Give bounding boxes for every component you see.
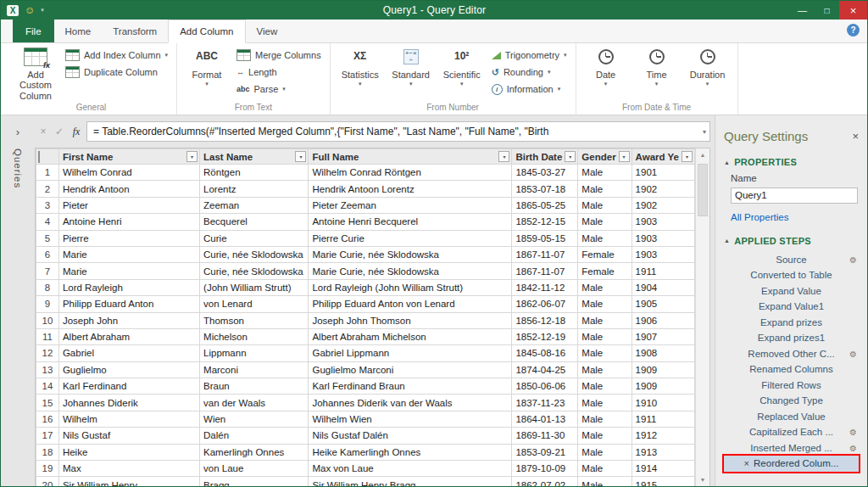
duplicate-column-button[interactable]: Duplicate Column (61, 65, 172, 79)
applied-step-expand-value[interactable]: Expand Value (724, 283, 859, 299)
filter-icon[interactable]: ▾ (682, 151, 693, 162)
cell[interactable]: 1902 (632, 197, 694, 213)
cell[interactable]: 1853-09-21 (512, 444, 578, 460)
cell[interactable]: Male (578, 378, 632, 395)
cell[interactable]: 1913 (632, 444, 694, 460)
column-header-award-ye[interactable]: Award Ye▾ (632, 149, 694, 165)
cell[interactable]: Antoine Henri Becquerel (309, 214, 512, 230)
maximize-button[interactable]: □ (815, 1, 839, 20)
cell[interactable]: Gabriel (58, 345, 199, 361)
cell[interactable]: 1879-10-09 (512, 461, 578, 477)
cell[interactable]: Röntgen (200, 165, 309, 181)
cell[interactable]: Wilhelm Conrad (58, 165, 199, 181)
applied-step-inserted-merged[interactable]: Inserted Merged ...⚙ (724, 440, 859, 456)
cell[interactable]: Female (578, 246, 632, 262)
cell[interactable]: Nils Gustaf (58, 428, 199, 444)
rounding-button[interactable]: ↺ Rounding ▾ (487, 65, 571, 79)
tab-add-column[interactable]: Add Column (168, 20, 245, 43)
formula-accept-button[interactable]: ✓ (53, 126, 66, 137)
column-header-last-name[interactable]: Last Name▾ (200, 149, 309, 165)
applied-step-capitalized-each[interactable]: Capitalized Each ...⚙ (724, 424, 859, 440)
tab-file[interactable]: File (13, 20, 54, 42)
cell[interactable]: Kamerlingh Onnes (200, 444, 309, 460)
row-number[interactable]: 1 (36, 165, 59, 181)
row-number[interactable]: 10 (36, 312, 59, 328)
cell[interactable]: 1914 (632, 461, 694, 477)
cell[interactable]: 1907 (632, 328, 694, 344)
applied-step-removed-other-c[interactable]: Removed Other C...⚙ (724, 346, 859, 362)
cell[interactable]: 1909 (632, 378, 694, 395)
cell[interactable]: 1902 (632, 181, 694, 197)
cell[interactable]: 1845-03-27 (512, 165, 578, 181)
applied-step-expand-prizes1[interactable]: Expand prizes1 (724, 330, 859, 346)
cell[interactable]: 1852-12-15 (512, 214, 578, 230)
cell[interactable]: 1908 (632, 345, 694, 361)
row-number[interactable]: 14 (36, 378, 59, 395)
cell[interactable]: Johannes Diderik van der Waals (309, 395, 512, 411)
duration-button[interactable]: Duration ▾ (682, 43, 733, 89)
cell[interactable]: 1837-11-23 (512, 395, 578, 411)
cell[interactable]: Karl Ferdinand Braun (309, 378, 512, 395)
settings-close-icon[interactable]: × (852, 130, 859, 143)
row-number[interactable]: 11 (36, 328, 59, 344)
cell[interactable]: 1904 (632, 279, 694, 295)
cell[interactable]: Albert Abraham (58, 328, 199, 344)
cell[interactable]: Heike Kamerlingh Onnes (309, 444, 512, 460)
cell[interactable]: Guglielmo Marconi (309, 361, 512, 378)
row-number[interactable]: 16 (36, 411, 59, 427)
formula-expand-icon[interactable]: ▾ (703, 128, 706, 136)
information-button[interactable]: i Information ▾ (487, 82, 571, 96)
applied-step-converted-to-table[interactable]: Converted to Table (724, 267, 859, 283)
cell[interactable]: 1909 (632, 361, 694, 378)
row-number[interactable]: 5 (36, 230, 59, 246)
column-header-first-name[interactable]: First Name▾ (58, 149, 199, 165)
cell[interactable]: 1905 (632, 296, 694, 312)
column-header-full-name[interactable]: Full Name▾ (309, 149, 512, 165)
row-number[interactable]: 18 (36, 444, 59, 460)
cell[interactable]: Max (58, 461, 199, 477)
cell[interactable]: Female (578, 263, 632, 279)
cell[interactable]: 1911 (632, 263, 694, 279)
step-settings-gear-icon[interactable]: ⚙ (849, 349, 857, 358)
applied-step-filtered-rows[interactable]: Filtered Rows (724, 378, 859, 394)
cell[interactable]: Sir William Henry (58, 477, 199, 486)
cell[interactable]: Lord Rayleigh (John William Strutt) (309, 279, 512, 295)
cell[interactable]: Male (578, 395, 632, 411)
cell[interactable]: Marie Curie, née Sklodowska (309, 246, 512, 262)
cell[interactable]: Male (578, 312, 632, 328)
excel-app-icon[interactable]: X (7, 5, 19, 16)
qat-dropdown-icon[interactable]: ▾ (41, 7, 44, 14)
cell[interactable]: Johannes Diderik (58, 395, 199, 411)
format-button[interactable]: ABC Format ▾ (181, 43, 232, 89)
cell[interactable]: Hendrik Antoon Lorentz (309, 181, 512, 197)
tab-transform[interactable]: Transform (102, 20, 168, 42)
merge-columns-button[interactable]: Merge Columns (232, 48, 326, 62)
cell[interactable]: 1850-06-06 (512, 378, 578, 395)
help-icon[interactable]: ? (847, 24, 860, 36)
scrollbar-thumb[interactable] (698, 164, 708, 216)
cell[interactable]: Bragg (200, 477, 309, 486)
cell[interactable]: Male (578, 461, 632, 477)
row-number[interactable]: 9 (36, 296, 59, 312)
cell[interactable]: 1862-06-07 (512, 296, 578, 312)
row-number[interactable]: 12 (36, 345, 59, 361)
cell[interactable]: 1845-08-16 (512, 345, 578, 361)
cell[interactable]: 1910 (632, 395, 694, 411)
cell[interactable]: 1842-11-12 (512, 279, 578, 295)
row-number[interactable]: 8 (36, 279, 59, 295)
applied-step-source[interactable]: Source⚙ (724, 252, 859, 268)
cell[interactable]: Marie Curie, née Sklodowska (309, 263, 512, 279)
add-custom-column-button[interactable]: fx Add Custom Column (10, 43, 61, 101)
cell[interactable]: von Lenard (200, 296, 309, 312)
cell[interactable]: Heike (58, 444, 199, 460)
properties-section-header[interactable]: ▲ PROPERTIES (724, 154, 859, 171)
row-number[interactable]: 17 (36, 428, 59, 444)
cell[interactable]: Max von Laue (309, 461, 512, 477)
applied-step-changed-type[interactable]: Changed Type (724, 393, 859, 409)
cell[interactable]: 1912 (632, 428, 694, 444)
cell[interactable]: Pierre Curie (309, 230, 512, 246)
cell[interactable]: Male (578, 411, 632, 427)
cell[interactable]: Zeeman (200, 197, 309, 213)
row-number[interactable]: 19 (36, 461, 59, 477)
cell[interactable]: 1903 (632, 214, 694, 230)
